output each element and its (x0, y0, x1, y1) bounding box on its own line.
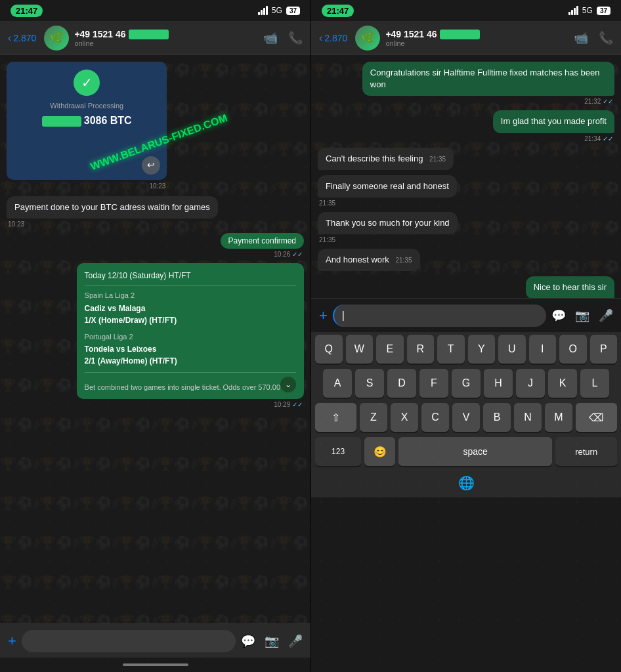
key-U[interactable]: U (498, 335, 526, 364)
shift-key[interactable]: ⇧ (315, 403, 356, 432)
right-contact-status: online (385, 39, 574, 47)
cant-describe-msg: Can't describe this feeling 21:35 (318, 148, 614, 170)
match2-name: Tondela vs Leixoes (85, 343, 296, 355)
payment-confirmed-msg: Payment confirmed 10:26 ✓✓ (7, 233, 304, 258)
key-V[interactable]: V (452, 403, 480, 432)
space-key[interactable]: space (398, 437, 552, 466)
left-network: 5G (272, 6, 282, 15)
key-O[interactable]: O (559, 335, 587, 364)
left-input-icons: 💬 📷 🎤 (241, 634, 303, 648)
key-B[interactable]: B (483, 403, 511, 432)
key-C[interactable]: C (421, 403, 449, 432)
rbar2 (571, 10, 573, 15)
key-R[interactable]: R (407, 335, 435, 364)
glad-bubble: Im glad that you made profit (493, 110, 614, 133)
key-K[interactable]: K (548, 369, 577, 398)
congrats-time: 21:32 ✓✓ (583, 98, 614, 105)
key-M[interactable]: M (545, 403, 572, 432)
key-X[interactable]: X (391, 403, 418, 432)
right-call-icon[interactable]: 📞 (599, 31, 613, 45)
right-camera-icon[interactable]: 📷 (575, 308, 589, 323)
right-message-input-container[interactable]: | (333, 304, 546, 327)
key-W[interactable]: W (346, 335, 374, 364)
match-footer-text: Bet combined two games into single ticke… (85, 382, 280, 393)
right-back-button[interactable]: ‹ 2.870 (319, 32, 347, 44)
keyboard-row-2: A S D F G H J K L (311, 366, 621, 400)
congrats-ticks: ✓✓ (603, 98, 613, 105)
thankyou-text: Thank you so much for your kind (326, 218, 450, 228)
right-chat-header: ‹ 2.870 🌿 +49 1521 46 online 📹 📞 (311, 21, 621, 55)
forward-button[interactable]: ↩ (142, 156, 160, 175)
payment-confirmed-badge: Payment confirmed (221, 233, 304, 249)
congrats-bubble: Congratulations sir Halftime Fulltime fi… (362, 62, 614, 96)
match1-odds: 1/X (Home/Draw) (HT/FT) (85, 314, 296, 326)
key-Q[interactable]: Q (315, 335, 343, 364)
cant-describe-time: 21:35 (429, 156, 446, 163)
key-Y[interactable]: Y (468, 335, 496, 364)
right-panel: 21:47 5G 37 ‹ 2.870 🌿 +49 1521 46 (311, 0, 621, 672)
key-F[interactable]: F (419, 369, 448, 398)
right-video-icon[interactable]: 📹 (574, 31, 588, 45)
key-P[interactable]: P (590, 335, 618, 364)
key-A[interactable]: A (323, 369, 352, 398)
withdrawal-btc: 3086 BTC (84, 114, 132, 128)
right-sticker-icon[interactable]: 💬 (551, 308, 566, 323)
right-plus-button[interactable]: + (319, 307, 328, 324)
left-plus-button[interactable]: + (8, 633, 16, 650)
expand-icon[interactable]: ⌄ (280, 377, 296, 392)
left-home-indicator (0, 658, 310, 672)
delete-key[interactable]: ⌫ (576, 403, 617, 432)
left-mic-icon[interactable]: 🎤 (288, 634, 303, 648)
match-info-msg: Today 12/10 (Saturday) HT/FT Spain La Li… (7, 263, 304, 408)
globe-icon[interactable]: 🌐 (458, 475, 475, 491)
honest-work-bubble: And honest work 21:35 (318, 249, 420, 271)
key-N[interactable]: N (514, 403, 542, 432)
right-avatar: 🌿 (355, 26, 380, 51)
key-J[interactable]: J (516, 369, 545, 398)
finally-bubble: Finally someone real and honest (318, 175, 457, 198)
payment-done-time: 10:23 (7, 220, 26, 228)
key-E[interactable]: E (376, 335, 404, 364)
key-S[interactable]: S (355, 369, 384, 398)
keyboard-row-3: ⇧ Z X C V B N M ⌫ (311, 400, 621, 434)
right-signal (568, 6, 578, 15)
left-time: 21:47 (11, 5, 43, 17)
nice-hear-text: Nice to hear this sir (534, 282, 607, 292)
left-avatar-img: 🌿 (44, 26, 69, 51)
left-message-input[interactable] (22, 630, 236, 652)
cant-describe-text: Can't describe this feeling (326, 154, 423, 163)
key-L[interactable]: L (580, 369, 609, 398)
honest-work-time: 21:35 (395, 257, 412, 264)
left-back-arrow: ‹ (8, 32, 11, 44)
keyboard: Q W E R T Y U I O P A S D F G H J K L ⇧ … (311, 332, 621, 497)
return-key[interactable]: return (555, 437, 617, 466)
left-call-icon[interactable]: 📞 (288, 31, 303, 45)
payment-confirmed-ticks: ✓✓ (292, 251, 303, 258)
key-D[interactable]: D (387, 369, 416, 398)
right-mic-icon[interactable]: 🎤 (599, 308, 613, 323)
left-back-button[interactable]: ‹ 2.870 (8, 32, 36, 44)
rbar1 (568, 12, 570, 15)
cant-describe-bubble: Can't describe this feeling 21:35 (318, 148, 454, 170)
match-info-ticks: ✓✓ (292, 401, 303, 408)
right-chat-area[interactable]: Congratulations sir Halftime Fulltime fi… (311, 55, 621, 298)
right-status-right: 5G 37 (568, 6, 610, 15)
left-sticker-icon[interactable]: 💬 (241, 634, 255, 648)
key-Z[interactable]: Z (360, 403, 387, 432)
key-G[interactable]: G (452, 369, 481, 398)
rbar3 (574, 8, 576, 15)
glad-ticks: ✓✓ (603, 135, 613, 142)
divider2 (85, 372, 296, 373)
left-camera-icon[interactable]: 📷 (265, 634, 279, 648)
left-video-icon[interactable]: 📹 (263, 31, 278, 45)
key-T[interactable]: T (437, 335, 465, 364)
emoji-key[interactable]: 😊 (364, 437, 395, 466)
key-I[interactable]: I (529, 335, 557, 364)
key-H[interactable]: H (484, 369, 513, 398)
league1: Spain La Liga 2 (85, 290, 296, 301)
left-chat-header: ‹ 2.870 🌿 +49 1521 46 online 📹 📞 (0, 21, 310, 55)
right-status-bar: 21:47 5G 37 (311, 0, 621, 21)
num-key[interactable]: 123 (315, 437, 361, 466)
bar4 (266, 6, 268, 15)
left-chat-area[interactable]: ✓ Withdrawal Processing 3086 BTC WWW.BEL… (0, 55, 310, 623)
